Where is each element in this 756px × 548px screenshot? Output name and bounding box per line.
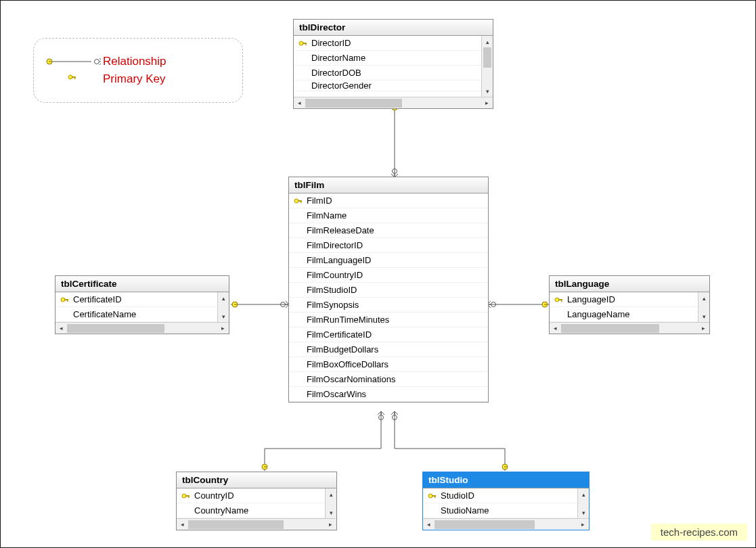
- column-name: CountryName: [193, 505, 325, 516]
- svg-rect-21: [305, 43, 307, 45]
- column-row[interactable]: CountryID: [177, 488, 325, 503]
- column-name: FilmOscarWins: [305, 389, 488, 399]
- column-row[interactable]: LanguageID: [550, 292, 698, 307]
- scroll-right-icon[interactable]: ▸: [325, 519, 336, 530]
- primary-key-icon: [292, 198, 305, 204]
- scroll-left-icon[interactable]: ◂: [550, 323, 561, 334]
- column-row[interactable]: FilmCertificateID: [289, 327, 488, 342]
- primary-key-icon: [179, 493, 193, 499]
- table-studio[interactable]: tblStudio StudioIDStudioName ▴ ▾ ◂ ▸: [422, 472, 590, 530]
- column-name: FilmOscarNominations: [305, 374, 488, 384]
- column-row[interactable]: FilmDirectorID: [289, 238, 488, 253]
- scroll-left-icon[interactable]: ◂: [294, 97, 305, 109]
- table-header[interactable]: tblFilm: [289, 177, 488, 193]
- column-name: FilmReleaseDate: [305, 225, 488, 235]
- column-row[interactable]: FilmOscarNominations: [289, 372, 488, 387]
- column-row[interactable]: FilmReleaseDate: [289, 223, 488, 238]
- column-row[interactable]: FilmRunTimeMinutes: [289, 313, 488, 327]
- column-name: DirectorID: [310, 38, 481, 48]
- table-film[interactable]: tblFilm FilmIDFilmNameFilmReleaseDateFil…: [288, 177, 489, 403]
- column-row[interactable]: CountryName: [177, 503, 325, 518]
- column-row[interactable]: DirectorDOB: [294, 66, 481, 81]
- column-row[interactable]: FilmLanguageID: [289, 253, 488, 268]
- scroll-up-icon[interactable]: ▴: [326, 488, 336, 500]
- table-director[interactable]: tblDirector DirectorIDDirectorNameDirect…: [293, 19, 493, 109]
- legend-primarykey: Primary Key: [42, 72, 234, 86]
- scroll-up-icon[interactable]: ▴: [218, 292, 229, 304]
- horizontal-scrollbar[interactable]: ◂ ▸: [177, 518, 336, 530]
- scroll-right-icon[interactable]: ▸: [577, 519, 589, 530]
- column-row[interactable]: FilmName: [289, 208, 488, 223]
- scroll-down-icon[interactable]: ▾: [218, 311, 229, 322]
- table-header[interactable]: tblCertificate: [55, 276, 229, 292]
- column-row[interactable]: FilmCountryID: [289, 268, 488, 283]
- svg-rect-36: [435, 495, 436, 498]
- column-name: FilmName: [305, 210, 488, 221]
- column-name: DirectorName: [310, 53, 481, 63]
- column-name: FilmDirectorID: [305, 240, 488, 250]
- table-header[interactable]: tblDirector: [294, 20, 493, 36]
- column-row[interactable]: DirectorGender: [294, 81, 481, 91]
- column-name: StudioID: [439, 490, 577, 501]
- vertical-scrollbar[interactable]: ▴ ▾: [481, 36, 493, 97]
- column-name: FilmID: [305, 196, 488, 206]
- column-row[interactable]: FilmBoxOfficeDollars: [289, 357, 488, 372]
- column-name: LanguageID: [566, 294, 698, 304]
- vertical-scrollbar[interactable]: ▴ ▾: [217, 292, 229, 322]
- horizontal-scrollbar[interactable]: ◂ ▸: [423, 518, 589, 530]
- column-row[interactable]: LanguageName: [550, 307, 698, 322]
- horizontal-scrollbar[interactable]: ◂ ▸: [55, 322, 229, 334]
- table-certificate[interactable]: tblCertificate CertificateIDCertificateN…: [55, 275, 229, 334]
- scroll-left-icon[interactable]: ◂: [423, 519, 435, 530]
- legend-relationship-label: Relationship: [103, 55, 166, 68]
- watermark: tech-recipes.com: [651, 524, 747, 541]
- column-name: FilmCountryID: [305, 270, 488, 280]
- column-row[interactable]: FilmStudioID: [289, 283, 488, 298]
- column-row[interactable]: CertificateID: [55, 292, 217, 307]
- column-row[interactable]: StudioName: [423, 503, 577, 518]
- column-name: FilmRunTimeMinutes: [305, 315, 488, 325]
- column-row[interactable]: FilmSynopsis: [289, 298, 488, 313]
- column-row[interactable]: FilmBudgetDollars: [289, 342, 488, 357]
- column-row[interactable]: FilmID: [289, 193, 488, 208]
- column-row[interactable]: DirectorName: [294, 51, 481, 66]
- svg-rect-27: [67, 299, 68, 302]
- column-row[interactable]: CertificateName: [55, 307, 217, 322]
- column-name: StudioName: [439, 505, 577, 516]
- svg-rect-30: [561, 299, 562, 302]
- table-country[interactable]: tblCountry CountryIDCountryName ▴ ▾ ◂ ▸: [176, 472, 337, 530]
- vertical-scrollbar[interactable]: ▴ ▾: [577, 488, 589, 518]
- scroll-up-icon[interactable]: ▴: [578, 488, 589, 500]
- diagram-canvas: Relationship Primary Key tblDirector Dir…: [0, 0, 756, 548]
- scroll-right-icon[interactable]: ▸: [217, 323, 229, 334]
- scroll-down-icon[interactable]: ▾: [698, 311, 709, 322]
- scroll-left-icon[interactable]: ◂: [177, 519, 188, 530]
- vertical-scrollbar[interactable]: ▴ ▾: [698, 292, 709, 322]
- column-name: CountryID: [193, 490, 325, 501]
- column-name: DirectorGender: [310, 81, 481, 91]
- primary-key-icon: [58, 296, 72, 303]
- column-name: FilmBudgetDollars: [305, 344, 488, 355]
- column-row[interactable]: StudioID: [423, 488, 577, 503]
- table-language[interactable]: tblLanguage LanguageIDLanguageName ▴ ▾ ◂…: [549, 275, 710, 334]
- scroll-right-icon[interactable]: ▸: [698, 323, 709, 334]
- scroll-down-icon[interactable]: ▾: [578, 507, 589, 518]
- legend-primarykey-label: Primary Key: [103, 72, 166, 86]
- horizontal-scrollbar[interactable]: ◂ ▸: [294, 97, 493, 108]
- horizontal-scrollbar[interactable]: ◂ ▸: [550, 322, 709, 334]
- legend-relationship: Relationship: [42, 55, 234, 68]
- column-name: FilmStudioID: [305, 285, 488, 295]
- scroll-down-icon[interactable]: ▾: [326, 507, 336, 518]
- vertical-scrollbar[interactable]: ▴ ▾: [325, 488, 336, 518]
- table-header[interactable]: tblStudio: [423, 472, 589, 488]
- primary-key-icon: [426, 493, 439, 499]
- column-row[interactable]: FilmOscarWins: [289, 387, 488, 402]
- table-header[interactable]: tblLanguage: [550, 276, 709, 292]
- column-row[interactable]: DirectorID: [294, 36, 481, 51]
- scroll-down-icon[interactable]: ▾: [482, 85, 493, 97]
- scroll-left-icon[interactable]: ◂: [55, 323, 67, 334]
- table-header[interactable]: tblCountry: [177, 472, 336, 488]
- scroll-up-icon[interactable]: ▴: [698, 292, 709, 304]
- scroll-up-icon[interactable]: ▴: [482, 36, 493, 47]
- scroll-right-icon[interactable]: ▸: [481, 97, 493, 109]
